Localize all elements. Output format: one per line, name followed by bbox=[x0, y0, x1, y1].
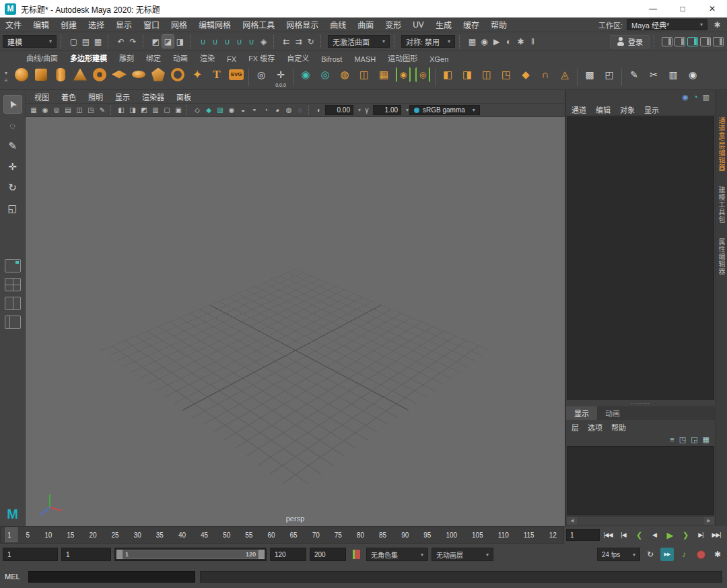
symmetry-field[interactable]: 对称: 禁用 ▾ bbox=[401, 35, 455, 48]
tool-settings-toggle[interactable] bbox=[674, 37, 685, 46]
scrollbar-track[interactable] bbox=[578, 517, 703, 525]
select-tool[interactable]: ➤ bbox=[4, 96, 22, 113]
time-tick[interactable]: 65 bbox=[290, 531, 298, 539]
viewport-canvas[interactable]: persp bbox=[26, 117, 565, 526]
time-tick[interactable]: 50 bbox=[223, 531, 230, 539]
time-tick[interactable]: 45 bbox=[201, 531, 208, 539]
shelf-tab[interactable]: 自定义 bbox=[281, 51, 315, 65]
go-to-playback-end-button[interactable]: ▶▶| bbox=[709, 528, 724, 542]
time-tick[interactable]: 40 bbox=[178, 531, 186, 539]
rotate-tool[interactable]: ↻ bbox=[4, 179, 22, 196]
layer-editor-menu-item[interactable]: 帮助 bbox=[611, 422, 626, 433]
menu-set-dropdown[interactable]: 建模 ▾ bbox=[3, 35, 57, 48]
scale-tool[interactable]: ◱ bbox=[4, 200, 22, 217]
auto-keyframe-toggle[interactable] bbox=[694, 548, 707, 561]
render-sequence-icon[interactable]: ▶ bbox=[491, 35, 502, 48]
time-ruler[interactable]: 1510152025303540455055606570758085909510… bbox=[0, 526, 564, 544]
gate-mask-icon[interactable]: ◩ bbox=[139, 105, 149, 116]
multisample-aa-icon[interactable]: ◕ bbox=[272, 105, 283, 116]
poly-sphere-icon[interactable] bbox=[12, 66, 31, 89]
range-slider[interactable]: 1 120 bbox=[114, 548, 267, 561]
motion-blur-icon[interactable]: ◔ bbox=[261, 105, 271, 116]
active-surface-field[interactable]: 无激活曲面 ▾ bbox=[328, 35, 390, 48]
rig-evaluation-icon[interactable]: ◉ bbox=[682, 93, 689, 102]
panel-menu-item[interactable]: 视图 bbox=[28, 91, 55, 102]
play-forwards-button[interactable]: ▶ bbox=[662, 528, 677, 542]
four-pane-layout-button[interactable] bbox=[5, 278, 21, 291]
outliner-toggle[interactable] bbox=[713, 37, 724, 46]
cached-playback-toggle[interactable]: ▶▶ bbox=[660, 548, 674, 561]
panel-menu-item[interactable]: 渲染器 bbox=[136, 91, 170, 102]
step-forward-frame-button[interactable]: ▶| bbox=[693, 528, 708, 542]
play-backwards-button[interactable]: ◀ bbox=[647, 528, 662, 542]
remesh-icon[interactable]: ▦ bbox=[374, 66, 393, 89]
smooth-mesh-preview-icon[interactable]: ◉ bbox=[394, 66, 413, 89]
time-tick[interactable]: 20 bbox=[89, 531, 96, 539]
snap-to-curve-icon[interactable]: ∪ bbox=[209, 35, 221, 48]
menu-item[interactable]: 缓存 bbox=[458, 19, 485, 30]
render-current-frame-icon[interactable]: ▦ bbox=[466, 35, 478, 48]
range-end-handle[interactable] bbox=[258, 550, 265, 559]
menu-item[interactable]: 编辑 bbox=[28, 19, 55, 30]
snap-to-view-plane-icon[interactable]: ∪ bbox=[246, 35, 257, 48]
panel-splitter[interactable]: ⋯⋯⋯ bbox=[566, 400, 715, 406]
snap-to-grid-icon[interactable]: ∪ bbox=[197, 35, 209, 48]
poly-cylinder-icon[interactable] bbox=[51, 66, 70, 89]
menu-item[interactable]: 网格工具 bbox=[237, 19, 280, 30]
combine-icon[interactable]: ◉ bbox=[296, 66, 315, 89]
maximize-button[interactable]: □ bbox=[668, 0, 697, 17]
chevron-down-icon[interactable]: ▾ bbox=[358, 107, 361, 113]
chevron-down-icon[interactable]: ▾ bbox=[406, 107, 409, 113]
target-weld-icon[interactable]: ◉ bbox=[683, 66, 702, 89]
animation-end-field[interactable]: 200 bbox=[310, 548, 346, 561]
poly-pipe-icon[interactable] bbox=[168, 66, 187, 89]
scroll-right-icon[interactable]: ▶ bbox=[703, 517, 714, 525]
film-gate-icon[interactable]: ◧ bbox=[116, 105, 127, 116]
create-bookmark-button[interactable] bbox=[349, 548, 363, 561]
playback-end-field[interactable]: 120 bbox=[270, 548, 306, 561]
camera-attributes-icon[interactable]: ◎ bbox=[51, 105, 62, 116]
layer-editor-tab[interactable]: 动画 bbox=[597, 406, 628, 420]
time-tick[interactable]: 110 bbox=[498, 531, 509, 539]
snap-to-point-icon[interactable]: ∪ bbox=[221, 35, 233, 48]
workspace-dropdown[interactable]: Maya 经典* ▾ bbox=[627, 19, 707, 30]
pause-icon[interactable]: ‖ bbox=[527, 35, 539, 48]
new-layer-from-selected-icon[interactable]: ◲ bbox=[691, 435, 697, 444]
poly-disc-icon[interactable] bbox=[129, 66, 148, 89]
bevel-icon[interactable]: ◆ bbox=[516, 66, 535, 89]
scroll-left-icon[interactable]: ◀ bbox=[567, 517, 578, 525]
construction-history-icon[interactable]: ↻ bbox=[305, 35, 316, 48]
menu-item[interactable]: 帮助 bbox=[485, 19, 512, 30]
shelf-tab[interactable]: 曲线/曲面 bbox=[20, 51, 64, 65]
playback-speed-dropdown[interactable]: 24 fps ▾ bbox=[597, 548, 640, 561]
exposure-field[interactable]: 0.00 bbox=[325, 105, 353, 115]
time-tick[interactable]: 95 bbox=[423, 531, 431, 539]
time-tick[interactable]: 25 bbox=[112, 531, 119, 539]
panel-menu-item[interactable]: 显示 bbox=[109, 91, 136, 102]
panel-menu-item[interactable]: 照明 bbox=[82, 91, 109, 102]
select-by-object-icon[interactable]: ◪ bbox=[162, 35, 174, 48]
menu-item[interactable]: 变形 bbox=[380, 19, 407, 30]
input-connections-icon[interactable]: ⇇ bbox=[281, 35, 292, 48]
boolean-difference-icon[interactable]: ◨ bbox=[458, 66, 477, 89]
channel-box-menu-item[interactable]: 显示 bbox=[644, 104, 659, 115]
smooth-mesh-cage-icon[interactable]: ◎ bbox=[413, 66, 432, 89]
character-set-dropdown[interactable]: 无角色集 ▾ bbox=[366, 548, 428, 561]
boolean-intersection-icon[interactable]: ◫ bbox=[477, 66, 496, 89]
new-scene-icon[interactable]: ▢ bbox=[68, 35, 79, 48]
field-chart-icon[interactable]: ▥ bbox=[150, 105, 161, 116]
shelf-tab[interactable]: 多边形建模 bbox=[64, 51, 113, 65]
resolution-gate-icon[interactable]: ◨ bbox=[127, 105, 138, 116]
current-frame-field[interactable]: 1 bbox=[566, 529, 600, 541]
animation-preferences-button[interactable]: ✱ bbox=[711, 548, 724, 561]
profiler-icon[interactable]: ▥ bbox=[703, 93, 709, 102]
menu-item[interactable]: 创建 bbox=[55, 19, 82, 30]
time-tick[interactable]: 100 bbox=[446, 531, 457, 539]
menu-item[interactable]: 曲面 bbox=[352, 19, 379, 30]
make-live-icon[interactable]: ◈ bbox=[258, 35, 269, 48]
shelf-tab[interactable]: MASH bbox=[348, 54, 382, 65]
snap-to-projected-center-icon[interactable]: ∪ bbox=[234, 35, 245, 48]
time-tick[interactable]: 75 bbox=[335, 531, 342, 539]
wrap-deformer-icon[interactable]: ◰ bbox=[600, 66, 619, 89]
screen-space-ao-icon[interactable]: ◓ bbox=[249, 105, 260, 116]
